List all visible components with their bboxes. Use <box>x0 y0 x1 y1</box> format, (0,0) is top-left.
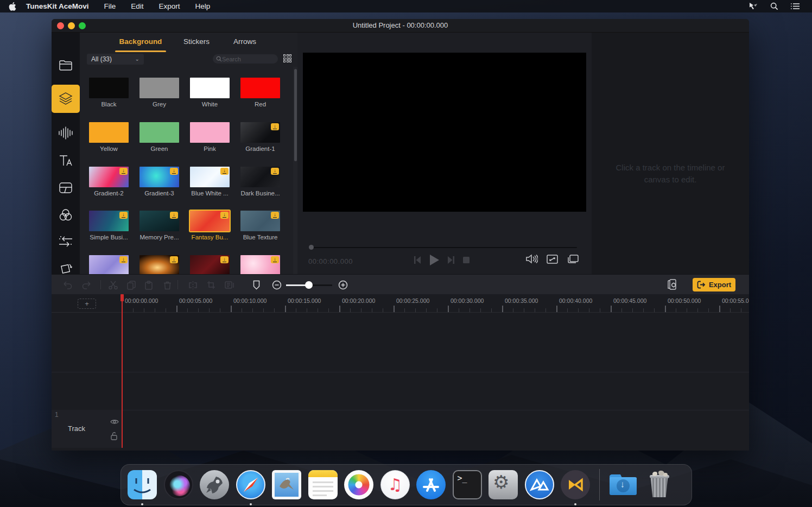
menu-item-help[interactable]: Help <box>195 2 211 10</box>
background-swatch[interactable]: ↓ <box>139 167 179 187</box>
dock-photos-icon[interactable] <box>344 470 373 499</box>
background-swatch[interactable]: ↓ <box>190 211 230 231</box>
preview-canvas[interactable] <box>303 53 586 212</box>
seek-bar[interactable] <box>312 247 577 248</box>
next-frame-button[interactable] <box>447 256 455 264</box>
background-item[interactable]: ↓ <box>240 255 280 274</box>
scrollbar-thumb[interactable] <box>294 69 297 161</box>
dock-launchpad-icon[interactable] <box>200 470 229 499</box>
list-icon[interactable] <box>790 3 800 10</box>
delete-icon[interactable] <box>161 279 173 291</box>
freeze-frame-icon[interactable] <box>223 279 235 291</box>
split-screen-icon[interactable] <box>52 174 80 201</box>
background-swatch[interactable]: ↓ <box>240 122 280 143</box>
filters-icon[interactable] <box>52 201 80 229</box>
dock-app-store-icon[interactable] <box>416 470 446 499</box>
seek-handle[interactable] <box>309 245 314 250</box>
background-swatch[interactable]: ↓ <box>89 255 129 274</box>
background-item-green[interactable]: Green <box>139 122 179 143</box>
dock-acemovi-icon[interactable] <box>561 470 590 499</box>
zoom-out-icon[interactable] <box>271 279 283 291</box>
background-item-gradient-1[interactable]: ↓Gradient-1 <box>240 122 280 143</box>
background-swatch[interactable] <box>139 122 179 143</box>
window-title-bar[interactable]: Untitled Project - 00:00:00.000 <box>52 19 749 33</box>
search-box[interactable] <box>213 54 278 64</box>
background-item-yellow[interactable]: Yellow <box>89 122 129 143</box>
zoom-slider-handle[interactable] <box>305 281 313 289</box>
redo-icon[interactable] <box>81 279 93 291</box>
tab-arrows[interactable]: Arrows <box>230 37 260 46</box>
menu-app-name[interactable]: TunesKit AceMovi <box>26 2 89 10</box>
background-item-simple-busi[interactable]: ↓Simple Busi... <box>89 211 129 231</box>
dock-siri-icon[interactable] <box>164 470 193 499</box>
background-swatch[interactable]: ↓ <box>240 167 280 187</box>
export-button[interactable]: Export <box>693 278 735 291</box>
search-input[interactable] <box>222 56 271 62</box>
background-item-black[interactable]: Black <box>89 78 129 98</box>
track-lock-icon[interactable] <box>110 432 118 442</box>
background-item-blue-texture[interactable]: ↓Blue Texture <box>240 211 280 231</box>
background-swatch[interactable] <box>190 122 230 143</box>
play-button[interactable] <box>429 254 440 266</box>
apple-menu-icon[interactable] <box>9 2 16 11</box>
category-dropdown[interactable]: All (33) ⌄ <box>87 54 144 65</box>
background-swatch[interactable] <box>139 78 179 98</box>
menu-item-export[interactable]: Export <box>159 2 180 10</box>
background-item-fantasy-bu[interactable]: ↓Fantasy Bu... <box>190 211 230 231</box>
background-item[interactable]: ↓ <box>190 255 230 274</box>
background-swatch[interactable] <box>190 78 230 98</box>
search-icon[interactable] <box>770 2 778 10</box>
background-item-red[interactable]: Red <box>240 78 280 98</box>
dock-notes-icon[interactable] <box>308 470 338 499</box>
playhead-handle[interactable] <box>120 294 124 301</box>
dock-terminal-icon[interactable]: >_ <box>453 470 482 499</box>
stop-button[interactable] <box>462 256 470 264</box>
zoom-in-icon[interactable] <box>337 279 349 291</box>
background-item-gradient-3[interactable]: ↓Gradient-3 <box>139 167 179 187</box>
background-item[interactable]: ↓ <box>89 255 129 274</box>
cut-icon[interactable] <box>107 279 119 291</box>
background-item-memory-pre[interactable]: ↓Memory Pre... <box>139 211 179 231</box>
menu-item-file[interactable]: File <box>104 2 116 10</box>
background-item-grey[interactable]: Grey <box>139 78 179 98</box>
background-item-gradient-2[interactable]: ↓Gradient-2 <box>89 167 129 187</box>
transitions-icon[interactable] <box>52 228 80 255</box>
background-swatch[interactable]: ↓ <box>89 167 129 187</box>
add-track-button[interactable]: + <box>78 299 96 309</box>
playhead[interactable] <box>122 294 123 448</box>
split-clip-icon[interactable] <box>187 279 199 291</box>
audio-waveform-icon[interactable] <box>52 119 80 147</box>
track-visibility-eye-icon[interactable] <box>110 417 119 427</box>
background-item[interactable]: ↓ <box>139 255 179 274</box>
grid-view-icon[interactable] <box>283 54 293 64</box>
undo-icon[interactable] <box>61 279 73 291</box>
dock-finder-icon[interactable] <box>128 470 157 499</box>
fullscreen-icon[interactable] <box>547 255 558 264</box>
dock-safari-icon[interactable] <box>236 470 265 499</box>
crop-icon[interactable] <box>205 279 217 291</box>
background-item-dark-busine[interactable]: ↓Dark Busine... <box>240 167 280 187</box>
volume-icon[interactable] <box>525 254 538 264</box>
media-folder-icon[interactable] <box>52 52 80 79</box>
dock-mail-icon[interactable] <box>272 470 301 499</box>
background-swatch[interactable]: ↓ <box>190 167 230 187</box>
paste-icon[interactable] <box>143 279 155 291</box>
background-swatch[interactable]: ↓ <box>89 211 129 231</box>
panel-scrollbar[interactable] <box>293 67 297 274</box>
background-item-blue-white[interactable]: ↓Blue White ... <box>190 167 230 187</box>
dock-tuneskit-icon[interactable] <box>525 470 554 499</box>
dock-itunes-icon[interactable]: ♫ <box>380 470 410 499</box>
background-layers-icon[interactable] <box>52 85 80 113</box>
dock-downloads-icon[interactable]: ↓ <box>608 470 638 499</box>
cursor-icon[interactable] <box>749 2 758 10</box>
background-item-white[interactable]: White <box>190 78 230 98</box>
menu-item-edit[interactable]: Edit <box>131 2 143 10</box>
background-swatch[interactable] <box>89 78 129 98</box>
background-swatch[interactable]: ↓ <box>240 255 280 274</box>
dock-system-preferences-icon[interactable]: ⚙ <box>489 470 518 499</box>
background-swatch[interactable] <box>89 122 129 143</box>
background-swatch[interactable] <box>240 78 280 98</box>
tab-background[interactable]: Background <box>112 37 169 46</box>
background-swatch[interactable]: ↓ <box>139 255 179 274</box>
background-swatch[interactable]: ↓ <box>190 255 230 274</box>
